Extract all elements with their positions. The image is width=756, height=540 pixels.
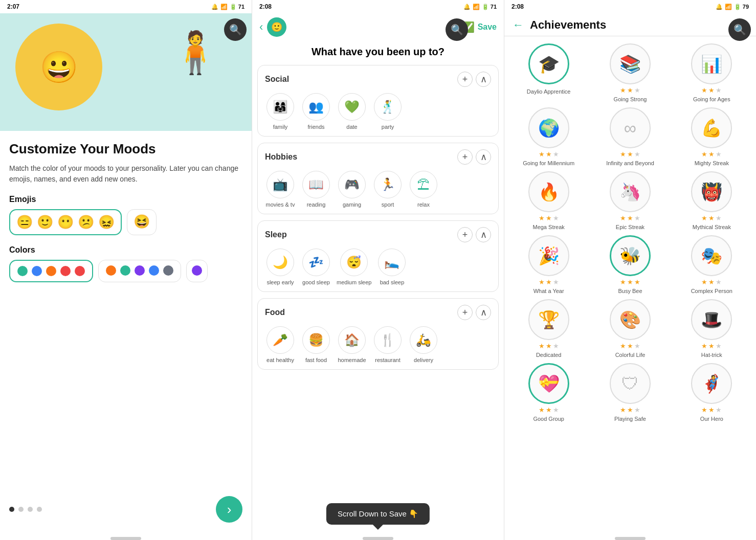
emoji-5[interactable]: 😖 bbox=[98, 214, 115, 230]
emoji-1[interactable]: 😑 bbox=[16, 214, 33, 230]
activity-medium-sleep[interactable]: 😴 medium sleep bbox=[337, 249, 371, 285]
color-dot-7[interactable] bbox=[120, 265, 130, 276]
activity-restaurant-circle[interactable]: 🍴 bbox=[374, 326, 402, 354]
add-social-button[interactable]: + bbox=[457, 72, 473, 87]
activity-date[interactable]: 💚 date bbox=[337, 93, 367, 130]
save-label: Save bbox=[478, 22, 497, 32]
activity-bad-sleep-circle[interactable]: 🛌 bbox=[378, 249, 406, 276]
achievement-colorful-life-circle[interactable]: 🎨 bbox=[610, 299, 651, 340]
emoji-box-selected[interactable]: 😑 🙂 😶 😕 😖 bbox=[9, 209, 122, 235]
achievement-busy-bee-circle[interactable]: 🐝 bbox=[610, 235, 651, 276]
color-dot-4[interactable] bbox=[60, 266, 71, 276]
color-dot-1[interactable] bbox=[17, 266, 28, 276]
activity-party[interactable]: 🕺 party bbox=[372, 93, 403, 130]
activity-eat-healthy-circle[interactable]: 🥕 bbox=[266, 326, 294, 354]
emoji-3[interactable]: 😶 bbox=[57, 214, 74, 230]
activity-movies[interactable]: 📺 movies & tv bbox=[265, 171, 296, 208]
color-dot-2[interactable] bbox=[32, 266, 42, 276]
color-box-single[interactable] bbox=[186, 260, 208, 282]
achievement-playing-safe-circle[interactable]: 🛡 bbox=[610, 363, 651, 404]
achievement-infinity-beyond-label: Infinity and Beyond bbox=[606, 160, 654, 166]
search-button-2[interactable]: 🔍 bbox=[446, 18, 468, 41]
activity-fast-food-circle[interactable]: 🍔 bbox=[302, 326, 330, 354]
color-dot-9[interactable] bbox=[149, 265, 159, 276]
activity-relax-circle[interactable]: ⛱ bbox=[410, 171, 437, 198]
achievement-our-hero-circle[interactable]: 🦸 bbox=[691, 363, 732, 404]
activity-delivery-circle[interactable]: 🛵 bbox=[410, 326, 437, 354]
add-food-button[interactable]: + bbox=[457, 305, 473, 320]
search-button-1[interactable]: 🔍 bbox=[224, 18, 247, 41]
activity-friends-circle[interactable]: 👥 bbox=[302, 93, 330, 121]
achievement-daylio-apprentice-circle[interactable]: 🎓 bbox=[528, 43, 569, 84]
achievement-mega-streak-circle[interactable]: 🔥 bbox=[528, 171, 569, 212]
activity-good-sleep[interactable]: 💤 good sleep bbox=[301, 249, 331, 285]
next-button[interactable]: › bbox=[216, 496, 242, 523]
activity-date-circle[interactable]: 💚 bbox=[338, 93, 366, 121]
activity-medium-sleep-circle[interactable]: 😴 bbox=[340, 249, 368, 276]
category-food-actions: + ∧ bbox=[457, 305, 491, 320]
emoji-2[interactable]: 🙂 bbox=[37, 214, 53, 230]
achievement-mighty-streak-circle[interactable]: 💪 bbox=[691, 107, 732, 148]
category-food: Food + ∧ 🥕 eat healthy 🍔 fast food 🏠 hom bbox=[257, 298, 499, 370]
emoji-6[interactable]: 😆 bbox=[134, 214, 150, 231]
achievement-good-group-label: Good Group bbox=[533, 416, 564, 422]
back-button-3[interactable]: ← bbox=[513, 18, 524, 32]
achievement-epic-streak-circle[interactable]: 🦄 bbox=[610, 171, 651, 212]
color-dot-10[interactable] bbox=[163, 265, 173, 276]
activity-relax[interactable]: ⛱ relax bbox=[408, 171, 439, 208]
color-box-extra[interactable] bbox=[98, 260, 181, 282]
activity-sport[interactable]: 🏃 sport bbox=[372, 171, 403, 208]
activity-family[interactable]: 👨‍👩‍👧 family bbox=[265, 93, 296, 130]
activity-sleep-early-circle[interactable]: 🌙 bbox=[266, 249, 294, 276]
back-button[interactable]: ‹ bbox=[259, 20, 263, 34]
color-dot-11[interactable] bbox=[192, 265, 202, 276]
activity-bad-sleep[interactable]: 🛌 bad sleep bbox=[376, 249, 407, 285]
activity-restaurant[interactable]: 🍴 restaurant bbox=[372, 326, 403, 363]
collapse-hobbies-button[interactable]: ∧ bbox=[476, 149, 491, 165]
achievement-playing-safe: 🛡 ★ ★ ★ Playing Safe bbox=[591, 363, 669, 422]
color-dot-5[interactable] bbox=[75, 266, 85, 276]
activity-fast-food[interactable]: 🍔 fast food bbox=[301, 326, 331, 363]
achievement-mythical-streak-circle[interactable]: 👹 bbox=[691, 171, 732, 212]
activity-eat-healthy[interactable]: 🥕 eat healthy bbox=[265, 326, 296, 363]
category-hobbies-header: Hobbies + ∧ bbox=[265, 149, 491, 165]
color-dot-6[interactable] bbox=[106, 265, 116, 276]
activity-movies-circle[interactable]: 📺 bbox=[266, 171, 294, 198]
activity-delivery[interactable]: 🛵 delivery bbox=[408, 326, 439, 363]
achievements-grid: 🎓 Daylio Apprentice 📚 ★ ★ ★ Going Strong… bbox=[509, 43, 751, 422]
activity-good-sleep-circle[interactable]: 💤 bbox=[302, 249, 330, 276]
achievement-complex-person-circle[interactable]: 🎭 bbox=[691, 235, 732, 276]
activity-gaming[interactable]: 🎮 gaming bbox=[337, 171, 367, 208]
collapse-food-button[interactable]: ∧ bbox=[476, 305, 491, 320]
activity-reading[interactable]: 📖 reading bbox=[301, 171, 331, 208]
achievement-hat-trick-circle[interactable]: 🎩 bbox=[691, 299, 732, 340]
search-icon-1: 🔍 bbox=[229, 24, 242, 36]
collapse-social-button[interactable]: ∧ bbox=[476, 72, 491, 87]
activity-friends[interactable]: 👥 friends bbox=[301, 93, 331, 130]
color-dot-8[interactable] bbox=[135, 265, 145, 276]
achievement-good-group-circle[interactable]: 💝 bbox=[528, 363, 569, 404]
activity-gaming-circle[interactable]: 🎮 bbox=[338, 171, 366, 198]
activity-sleep-early[interactable]: 🌙 sleep early bbox=[265, 249, 296, 285]
achievement-going-for-ages-circle[interactable]: 📊 bbox=[691, 43, 732, 84]
activity-reading-circle[interactable]: 📖 bbox=[302, 171, 330, 198]
color-box-selected[interactable] bbox=[9, 260, 93, 282]
add-hobbies-button[interactable]: + bbox=[457, 149, 473, 165]
achievement-going-strong-circle[interactable]: 📚 bbox=[610, 43, 651, 84]
activity-homemade-circle[interactable]: 🏠 bbox=[338, 326, 366, 354]
collapse-sleep-button[interactable]: ∧ bbox=[476, 227, 491, 242]
activity-party-circle[interactable]: 🕺 bbox=[374, 93, 402, 121]
search-button-3[interactable]: 🔍 bbox=[728, 18, 751, 41]
activity-homemade[interactable]: 🏠 homemade bbox=[337, 326, 367, 363]
dot-3 bbox=[28, 507, 33, 512]
color-dot-3[interactable] bbox=[46, 266, 56, 276]
achievement-infinity-beyond-circle[interactable]: ∞ bbox=[610, 107, 651, 148]
emoji-4[interactable]: 😕 bbox=[78, 214, 94, 230]
emoji-box-extra[interactable]: 😆 bbox=[127, 209, 157, 235]
add-sleep-button[interactable]: + bbox=[457, 227, 473, 242]
achievement-what-a-year-circle[interactable]: 🎉 bbox=[528, 235, 569, 276]
achievement-going-millennium-circle[interactable]: 🌍 bbox=[528, 107, 569, 148]
activity-sport-circle[interactable]: 🏃 bbox=[374, 171, 402, 198]
achievement-dedicated-circle[interactable]: 🏆 bbox=[528, 299, 569, 340]
activity-family-circle[interactable]: 👨‍👩‍👧 bbox=[266, 93, 294, 121]
